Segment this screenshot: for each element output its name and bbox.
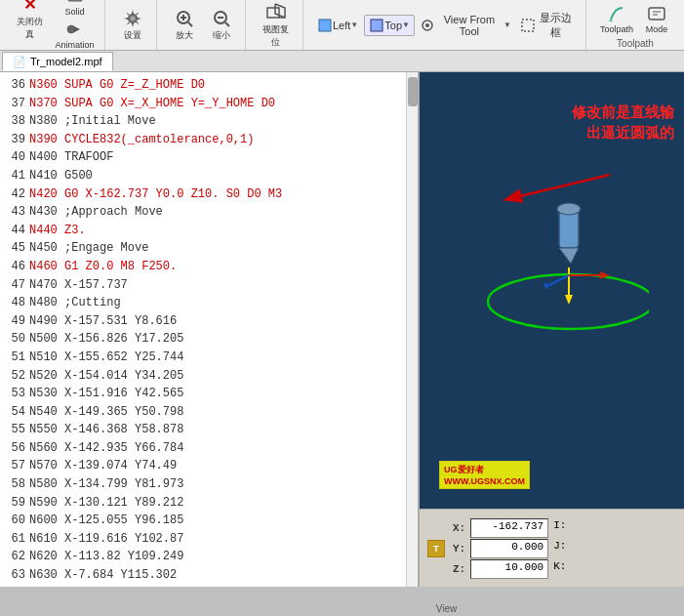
code-line: 58N580 X-134.799 Y81.973 — [0, 475, 418, 494]
top-icon — [369, 18, 384, 33]
line-text: N520 X-154.014 Y34.205 — [29, 367, 183, 386]
display-icon — [521, 18, 536, 33]
zoom-in-label: 放大 — [176, 29, 193, 42]
line-number: 48 — [4, 294, 29, 312]
view-reset-icon — [265, 2, 287, 23]
file-tab[interactable]: 📄 Tr_model2.mpf — [2, 52, 113, 71]
code-line: 38N380 ;Initial Move — [0, 112, 418, 131]
view-reset-label: 视图复位 — [260, 23, 293, 49]
display-border-button[interactable]: 显示边框 — [517, 9, 580, 42]
line-number: 36 — [4, 76, 29, 95]
toolbar-group-view-inline: Left ▼ Top ▼ View From Tool ▼ 显示边框 View — [307, 0, 586, 50]
mode-button[interactable]: Mode — [639, 1, 674, 36]
line-number: 63 — [4, 566, 29, 585]
line-number: 47 — [4, 276, 29, 295]
line-text: N540 X-149.365 Y50.798 — [29, 403, 183, 422]
code-content[interactable]: 36N360 SUPA G0 Z=_Z_HOME D037N370 SUPA G… — [0, 72, 418, 587]
animation-icon — [64, 19, 86, 40]
line-number: 57 — [4, 457, 29, 475]
toolpath-button[interactable]: Toolpath — [596, 1, 637, 36]
line-number: 42 — [4, 185, 29, 204]
left-icon — [317, 18, 333, 33]
code-scrollbar[interactable] — [406, 72, 418, 587]
x-label: X: — [453, 518, 469, 538]
line-number: 64 — [4, 585, 29, 587]
settings-button[interactable]: 设置 — [115, 6, 150, 44]
code-line: 40N400 TRAFOOF — [0, 148, 418, 167]
toolpath-group-label: Toolpath — [617, 38, 654, 49]
line-number: 56 — [4, 439, 29, 458]
line-text: N450 ;Engage Move — [29, 239, 148, 258]
line-text: N390 CYCLE832(_camtolerance,0,1) — [29, 131, 254, 149]
watermark-line1: UG爱好者 — [444, 464, 525, 476]
animation-button[interactable]: Animation — [52, 18, 99, 51]
code-line: 37N370 SUPA G0 X=_X_HOME Y=_Y_HOME D0 — [0, 95, 418, 113]
code-line: 42N420 G0 X-162.737 Y0.0 Z10. S0 D0 M3 — [0, 185, 418, 204]
line-number: 60 — [4, 512, 29, 530]
toolbar-group-file: ✕ 关闭仿真 Solid Animation 文件 — [4, 0, 105, 50]
code-line: 61N610 X-119.616 Y102.87 — [0, 530, 418, 549]
svg-rect-0 — [68, 0, 82, 1]
line-text: N610 X-119.616 Y102.87 — [29, 530, 183, 549]
scrollbar-thumb[interactable] — [408, 77, 418, 106]
animation-label: Animation — [56, 40, 95, 50]
gear-icon — [122, 8, 143, 29]
svg-rect-16 — [371, 20, 382, 31]
line-number: 54 — [4, 403, 29, 422]
view-group-label: View — [436, 603, 458, 614]
tab-bar: 📄 Tr_model2.mpf — [0, 51, 684, 72]
line-text: N470 X-157.737 — [29, 276, 128, 295]
line-number: 55 — [4, 421, 29, 439]
settings-label: 设置 — [124, 29, 141, 42]
line-number: 41 — [4, 167, 29, 185]
line-text: N440 Z3. — [29, 222, 86, 240]
code-line: 46N460 G1 Z0.0 M8 F250. — [0, 258, 418, 276]
line-text: N380 ;Initial Move — [29, 112, 156, 131]
line-number: 46 — [4, 258, 29, 276]
z-label: Z: — [453, 559, 469, 579]
close-x-icon: ✕ — [19, 0, 40, 16]
code-line: 47N470 X-157.737 — [0, 276, 418, 295]
view-from-tool-icon — [421, 18, 435, 33]
line-number: 51 — [4, 349, 29, 367]
watermark-text: UG爱好者 WWW.UGSNX.COM — [439, 461, 530, 489]
code-line: 62N620 X-113.82 Y109.249 — [0, 548, 418, 566]
zoom-out-button[interactable]: 缩小 — [204, 6, 239, 44]
code-line: 51N510 X-155.652 Y25.744 — [0, 349, 418, 367]
code-line: 52N520 X-154.014 Y34.205 — [0, 367, 418, 386]
code-line: 49N490 X-157.531 Y8.616 — [0, 312, 418, 331]
zoom-in-button[interactable]: 放大 — [167, 6, 202, 44]
line-text: N550 X-146.368 Y58.878 — [29, 421, 183, 439]
line-text: N630 X-7.684 Y115.302 — [29, 566, 177, 585]
view-from-tool-button[interactable]: View From Tool ▼ — [417, 12, 515, 39]
code-line: 64N640 X-01.227 Y121.01 — [0, 585, 418, 587]
code-line: 63N630 X-7.684 Y115.302 — [0, 566, 418, 585]
close-sim-button[interactable]: ✕ 关闭仿真 — [10, 0, 50, 43]
code-panel: 36N360 SUPA G0 Z=_Z_HOME D037N370 SUPA G… — [0, 72, 420, 587]
code-line: 44N440 Z3. — [0, 222, 418, 240]
annotation-label: 修改前是直线输 出逼近圆弧的 — [572, 103, 674, 141]
line-number: 45 — [4, 239, 29, 258]
view-from-tool-dropdown: ▼ — [503, 21, 511, 29]
mode-label: Mode — [646, 24, 668, 34]
svg-marker-3 — [74, 26, 80, 32]
code-line: 53N530 X-151.916 Y42.565 — [0, 385, 418, 403]
display-label: 显示边框 — [536, 11, 576, 40]
view-reset-button[interactable]: 视图复位 — [256, 0, 297, 51]
line-text: N430 ;Approach Move — [29, 203, 163, 222]
left-label: Left — [333, 20, 350, 31]
tool-visual-svg — [473, 150, 649, 346]
line-number: 50 — [4, 330, 29, 349]
solid-button[interactable]: Solid — [58, 0, 93, 18]
toolpath-icon — [606, 3, 627, 24]
svg-marker-34 — [543, 282, 549, 290]
code-line: 59N590 X-130.121 Y89.212 — [0, 494, 418, 513]
toolbar-row-1: ✕ 关闭仿真 Solid Animation — [10, 0, 99, 51]
watermark-line2: WWW.UGSNX.COM — [444, 476, 525, 486]
left-view-button[interactable]: Left ▼ — [313, 16, 362, 35]
top-view-button[interactable]: Top ▼ — [364, 15, 415, 36]
svg-point-6 — [131, 17, 135, 21]
toolbar-group-settings: 设置 — [109, 0, 157, 50]
toolpath-label: Toolpath — [600, 24, 633, 34]
svg-line-13 — [225, 22, 229, 26]
